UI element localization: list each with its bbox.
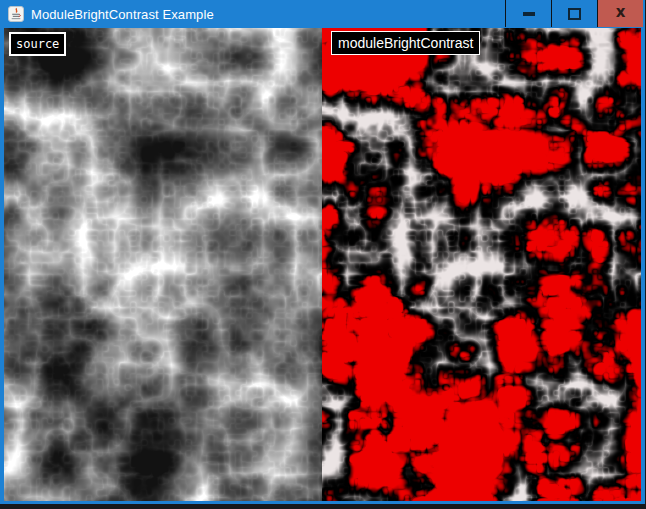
window-title: ModuleBrightContrast Example: [31, 7, 214, 22]
close-button[interactable]: x: [597, 0, 643, 27]
minimize-icon: [523, 12, 535, 16]
screen: ModuleBrightContrast Example x source: [0, 0, 646, 509]
result-image-canvas: [322, 28, 641, 501]
panel-label-result: moduleBrightContrast: [331, 31, 480, 55]
panel-result: moduleBrightContrast: [322, 28, 641, 501]
panel-label-source: source: [9, 32, 66, 56]
image-content-area: source moduleBrightContrast: [4, 28, 641, 501]
app-window: ModuleBrightContrast Example x source: [0, 0, 645, 504]
titlebar[interactable]: ModuleBrightContrast Example x: [0, 0, 645, 28]
maximize-button[interactable]: [551, 0, 597, 27]
minimize-button[interactable]: [505, 0, 551, 27]
java-app-icon[interactable]: [8, 6, 24, 22]
source-image-canvas: [4, 28, 322, 501]
maximize-icon: [568, 8, 581, 20]
panel-source: source: [4, 28, 322, 501]
window-controls: x: [505, 0, 643, 27]
close-icon: x: [616, 5, 626, 20]
